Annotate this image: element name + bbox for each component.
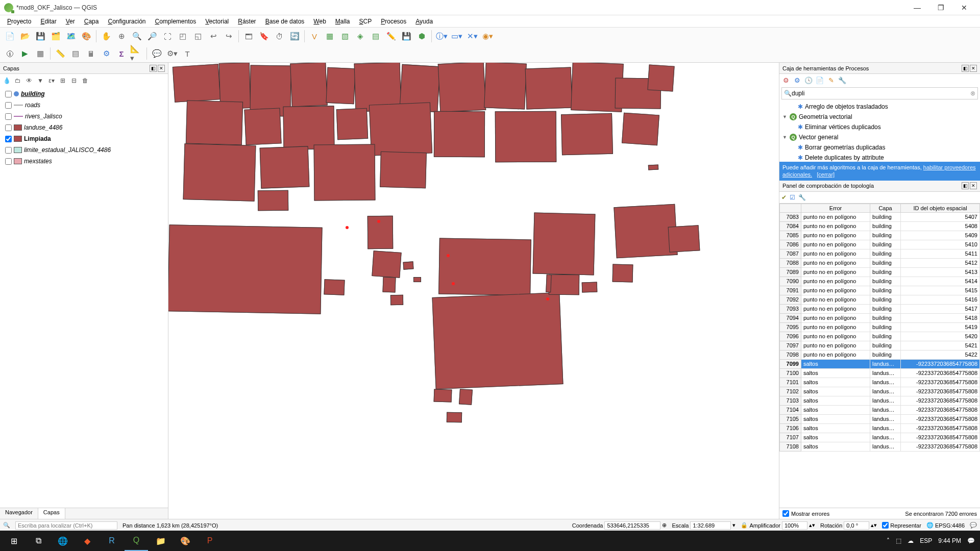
- pan-icon[interactable]: ✋: [100, 30, 113, 43]
- tray-up-icon[interactable]: ˄: [887, 537, 890, 544]
- crs-label[interactable]: EPSG:4486: [935, 522, 965, 529]
- table-row[interactable]: 7085punto no en polígonobuilding5409: [780, 231, 980, 240]
- table-row[interactable]: 7096punto no en polígonobuilding5420: [780, 332, 980, 341]
- rstudio-icon[interactable]: R: [100, 531, 124, 551]
- layer-checkbox[interactable]: [5, 147, 12, 154]
- menu-web[interactable]: Web: [309, 17, 330, 26]
- collapse-all-icon[interactable]: ⊟: [69, 76, 79, 85]
- table-row[interactable]: 7108saltoslandus…-9223372036854775808: [780, 442, 980, 451]
- zoom-next-icon[interactable]: ↪: [222, 30, 235, 43]
- brave-icon[interactable]: ◆: [76, 531, 99, 551]
- filter-icon[interactable]: ◉▾: [481, 30, 494, 43]
- magnifier-input[interactable]: [782, 521, 807, 530]
- table-row[interactable]: 7092punto no en polígonobuilding5416: [780, 295, 980, 304]
- filter-legend-icon[interactable]: ▼: [36, 76, 45, 85]
- history-icon[interactable]: 🕓: [804, 76, 813, 85]
- layer-checkbox[interactable]: [5, 113, 12, 120]
- table-row[interactable]: 7102saltoslandus…-9223372036854775808: [780, 387, 980, 396]
- layer-row-Limpiada[interactable]: Limpiada: [2, 133, 166, 144]
- menu-scp[interactable]: SCP: [355, 17, 376, 26]
- layer-checkbox[interactable]: [5, 124, 12, 131]
- toggle-extents-icon[interactable]: ⊕: [662, 522, 667, 529]
- onedrive-icon[interactable]: ☁: [908, 537, 914, 544]
- coordinate-input[interactable]: [604, 521, 660, 530]
- scale-input[interactable]: [690, 521, 731, 530]
- proc-node[interactable]: ✱Delete duplicates by attribute: [782, 153, 977, 162]
- layer-checkbox[interactable]: [5, 158, 12, 165]
- qgis-taskbar-icon[interactable]: Q: [125, 531, 148, 551]
- temporal-icon[interactable]: ⏱: [273, 30, 286, 43]
- menu-ayuda[interactable]: Ayuda: [411, 17, 437, 26]
- table-row[interactable]: 7104saltoslandus…-9223372036854775808: [780, 405, 980, 414]
- table-row[interactable]: 7090punto no en polígonobuilding5414: [780, 277, 980, 286]
- topology-table[interactable]: ErrorCapaID del objeto espacial7083punto…: [779, 203, 980, 508]
- powerpoint-icon[interactable]: P: [198, 531, 222, 551]
- clear-search-icon[interactable]: ⊗: [970, 90, 975, 97]
- layer-tree[interactable]: buildingroadsrivers_Jaliscolanduse_4486L…: [0, 87, 168, 168]
- open-project-icon[interactable]: 📂: [18, 30, 32, 43]
- layer-checkbox[interactable]: [5, 136, 12, 142]
- close-topology-button[interactable]: ✕: [970, 182, 977, 189]
- field-calculator-icon[interactable]: 🖩: [84, 47, 97, 60]
- table-row[interactable]: 7083punto no en polígonobuilding5407: [780, 212, 980, 221]
- maximize-button[interactable]: ❐: [929, 0, 952, 15]
- attribute-table-icon[interactable]: ▦: [34, 47, 47, 60]
- chrome-icon[interactable]: 🌐: [51, 531, 75, 551]
- menu-ver[interactable]: Ver: [62, 17, 79, 26]
- new-map-view-icon[interactable]: 🗔: [242, 30, 255, 43]
- table-row[interactable]: 7100saltoslandus…-9223372036854775808: [780, 368, 980, 378]
- minimize-button[interactable]: ―: [905, 0, 929, 15]
- crs-icon[interactable]: 🌐: [926, 522, 934, 529]
- proc-node[interactable]: ▼QGeometría vectorial: [782, 112, 977, 122]
- menu-procesos[interactable]: Procesos: [377, 17, 410, 26]
- zoom-selection-icon[interactable]: ◰: [176, 30, 189, 43]
- zoom-last-icon[interactable]: ↩: [207, 30, 220, 43]
- close-processing-button[interactable]: ✕: [970, 65, 977, 72]
- clock[interactable]: 9:44 PM: [938, 537, 961, 544]
- new-project-icon[interactable]: 📄: [3, 30, 16, 43]
- add-vector-icon[interactable]: V: [308, 30, 321, 43]
- dropbox-icon[interactable]: ⬚: [896, 537, 901, 544]
- save-edits-icon[interactable]: 💾: [400, 30, 413, 43]
- processing-icon[interactable]: ⚙▾: [165, 47, 179, 60]
- map-tips-icon[interactable]: 💬: [150, 47, 163, 60]
- menu-malla[interactable]: Malla: [331, 17, 354, 26]
- proc-node[interactable]: ✱Borrar geometrías duplicadas: [782, 142, 977, 153]
- identify-features-icon[interactable]: 🛈: [3, 47, 16, 60]
- explorer-icon[interactable]: 📁: [149, 531, 173, 551]
- measure-line-icon[interactable]: 📏: [54, 47, 67, 60]
- remove-layer-icon[interactable]: 🗑: [81, 76, 90, 85]
- expand-all-icon[interactable]: ⊞: [58, 76, 67, 85]
- zoom-in-icon[interactable]: 🔍: [130, 30, 143, 43]
- language-indicator[interactable]: ESP: [920, 537, 932, 544]
- toggle-editing-icon[interactable]: ✏️: [384, 30, 398, 43]
- topology-rules-icon[interactable]: 🔧: [798, 194, 806, 201]
- refresh-icon[interactable]: 🔄: [288, 30, 301, 43]
- undock-topology-button[interactable]: ◧: [962, 182, 969, 189]
- attributes-toolbar-icon[interactable]: ▤: [69, 47, 82, 60]
- table-row[interactable]: 7103saltoslandus…-9223372036854775808: [780, 396, 980, 405]
- start-button[interactable]: ⊞: [2, 531, 26, 551]
- zoom-full-icon[interactable]: ⛶: [161, 30, 174, 43]
- task-view-icon[interactable]: ⧉: [27, 531, 50, 551]
- style-icon[interactable]: 💧: [2, 76, 11, 85]
- new-spatialite-icon[interactable]: ◈: [354, 30, 367, 43]
- close-button[interactable]: ✕: [952, 0, 976, 15]
- layer-row-rivers_Jalisco[interactable]: rivers_Jalisco: [2, 111, 166, 122]
- table-row[interactable]: 7095punto no en polígonobuilding5419: [780, 322, 980, 332]
- text-annotation-icon[interactable]: T: [181, 47, 194, 60]
- processing-tree[interactable]: ✱Arreglo de objetos trasladados▼QGeometr…: [779, 101, 980, 162]
- table-row[interactable]: 7093punto no en polígonobuilding5417: [780, 304, 980, 313]
- run-feature-action-icon[interactable]: ▶: [18, 47, 32, 60]
- lock-icon[interactable]: 🔒: [741, 522, 748, 529]
- close-banner-link[interactable]: [cerrar]: [817, 171, 835, 178]
- tab-navegador[interactable]: Navegador: [0, 508, 38, 519]
- edit-in-place-icon[interactable]: ✎: [826, 76, 836, 85]
- table-row[interactable]: 7084punto no en polígonobuilding5408: [780, 221, 980, 231]
- menu-capa[interactable]: Capa: [80, 17, 103, 26]
- rotation-input[interactable]: [844, 521, 869, 530]
- processing-toolbox-icon[interactable]: ⚙: [100, 47, 113, 60]
- table-row[interactable]: 7106saltoslandus…-9223372036854775808: [780, 423, 980, 433]
- save-project-icon[interactable]: 💾: [34, 30, 47, 43]
- style-manager-icon[interactable]: 🎨: [80, 30, 93, 43]
